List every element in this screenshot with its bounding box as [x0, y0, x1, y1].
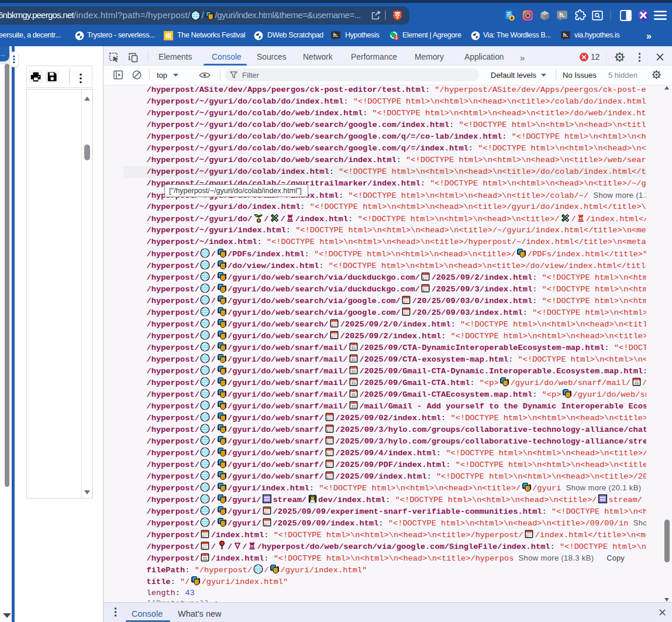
svg-text:h.: h.	[559, 11, 565, 18]
